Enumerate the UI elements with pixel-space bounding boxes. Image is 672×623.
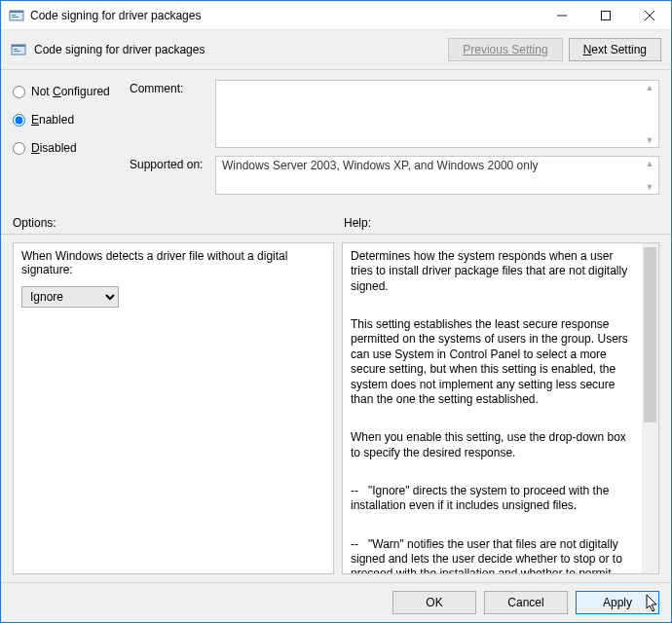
comment-textarea[interactable]: ▲▼ [215, 80, 659, 148]
supported-text: Windows Server 2003, Windows XP, and Win… [215, 156, 659, 195]
svg-rect-9 [12, 45, 25, 47]
svg-rect-2 [12, 15, 16, 16]
radio-enabled-label: Enabled [31, 113, 74, 127]
minimize-button[interactable] [540, 1, 583, 30]
help-scrollbar-thumb[interactable] [644, 247, 656, 422]
supported-label: Supported on: [130, 156, 215, 195]
previous-setting-label: Previous Setting [463, 43, 547, 56]
options-panel: When Windows detects a driver file witho… [13, 242, 334, 574]
policy-icon [11, 42, 26, 57]
minimize-icon [557, 11, 567, 20]
state-radio-group: Not Configured Enabled Disabled [13, 80, 130, 202]
help-header: Help: [344, 216, 371, 230]
radio-disabled[interactable] [13, 142, 25, 155]
svg-rect-3 [12, 17, 19, 18]
app-icon [9, 8, 24, 23]
comment-scrollbar[interactable]: ▲▼ [643, 83, 656, 145]
help-text: Determines how the system responds when … [343, 243, 642, 573]
settings-area: Not Configured Enabled Disabled Comment:… [1, 70, 671, 210]
header: Code signing for driver packages Previou… [1, 30, 671, 70]
radio-not-configured[interactable] [13, 86, 25, 98]
window-title: Code signing for driver packages [30, 9, 201, 22]
options-header: Options: [13, 216, 344, 230]
cancel-button[interactable]: Cancel [484, 591, 568, 614]
radio-disabled-label: Disabled [31, 141, 77, 155]
close-icon [645, 11, 654, 20]
svg-rect-1 [10, 11, 23, 13]
driver-option-label: When Windows detects a driver file witho… [21, 249, 325, 276]
comment-label: Comment: [130, 80, 215, 148]
supported-scrollbar: ▲▼ [643, 159, 656, 192]
dialog-window: Code signing for driver packages Code si… [0, 0, 672, 623]
help-scrollbar[interactable] [642, 243, 658, 573]
help-panel: Determines how the system responds when … [342, 242, 659, 574]
maximize-button[interactable] [583, 1, 627, 30]
previous-setting-button: Previous Setting [448, 38, 562, 61]
svg-rect-10 [14, 49, 18, 50]
policy-name: Code signing for driver packages [34, 43, 442, 56]
dialog-footer: OK Cancel Apply [1, 582, 671, 622]
maximize-icon [601, 11, 611, 20]
panel-headers: Options: Help: [1, 210, 671, 234]
svg-rect-11 [14, 51, 20, 52]
svg-rect-5 [601, 11, 610, 19]
close-button[interactable] [627, 1, 671, 30]
radio-enabled[interactable] [13, 114, 25, 127]
ok-button[interactable]: OK [392, 591, 476, 614]
content-panels: When Windows detects a driver file witho… [1, 235, 671, 582]
titlebar: Code signing for driver packages [1, 1, 671, 30]
driver-option-select[interactable]: Ignore [21, 286, 119, 308]
radio-not-configured-label: Not Configured [31, 85, 110, 98]
apply-button[interactable]: Apply [576, 591, 659, 614]
next-setting-button[interactable]: Next Setting [569, 38, 661, 61]
